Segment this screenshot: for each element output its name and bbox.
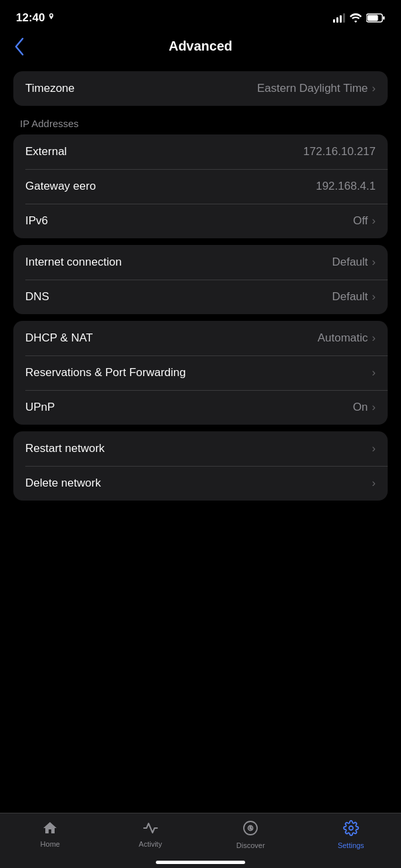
tab-settings[interactable]: Settings [301, 820, 402, 849]
restart-network-label: Restart network [25, 442, 105, 455]
ipv6-value: Off › [353, 214, 376, 228]
wifi-icon [350, 13, 362, 23]
svg-rect-2 [368, 15, 378, 21]
settings-tab-label: Settings [338, 841, 364, 849]
dhcp-nat-label: DHCP & NAT [25, 331, 93, 345]
tab-activity[interactable]: Activity [101, 820, 201, 848]
ip-addresses-card: External 172.16.10.217 Gateway eero 192.… [13, 134, 388, 238]
network-card: DHCP & NAT Automatic › Reservations & Po… [13, 321, 388, 425]
ipv6-row[interactable]: IPv6 Off › [13, 204, 388, 238]
back-button[interactable] [13, 37, 25, 56]
activity-tab-label: Activity [139, 840, 162, 848]
tab-discover[interactable]: Discover [200, 820, 301, 849]
external-row: External 172.16.10.217 [13, 134, 388, 169]
dhcp-nat-row[interactable]: DHCP & NAT Automatic › [13, 321, 388, 355]
delete-network-value: › [372, 477, 376, 490]
tab-home[interactable]: Home [0, 820, 101, 848]
settings-icon [343, 820, 359, 839]
svg-rect-1 [383, 17, 385, 20]
delete-network-row[interactable]: Delete network › [13, 466, 388, 501]
timezone-card: Timezone Eastern Daylight Time › [13, 71, 388, 106]
svg-point-8 [349, 826, 353, 830]
external-label: External [25, 145, 67, 158]
connection-card: Internet connection Default › DNS Defaul… [13, 245, 388, 314]
signal-icon [333, 13, 345, 23]
discover-icon [242, 820, 258, 839]
activity-icon [143, 820, 159, 837]
gateway-row: Gateway eero 192.168.4.1 [13, 169, 388, 204]
chevron-icon: › [372, 401, 376, 414]
restart-network-row[interactable]: Restart network › [13, 431, 388, 466]
external-value: 172.16.10.217 [303, 145, 376, 158]
home-tab-label: Home [41, 840, 60, 848]
dhcp-nat-value: Automatic › [318, 331, 376, 345]
home-icon [42, 820, 58, 837]
upnp-label: UPnP [25, 401, 55, 414]
gateway-label: Gateway eero [25, 180, 96, 193]
upnp-value: On › [353, 401, 376, 414]
main-content: Timezone Eastern Daylight Time › IP Addr… [0, 65, 401, 799]
reservations-label: Reservations & Port Forwarding [25, 366, 186, 379]
nav-header: Advanced [0, 33, 401, 65]
status-time: 12:40 [16, 11, 55, 25]
chevron-icon: › [372, 82, 376, 95]
ipv6-label: IPv6 [25, 214, 48, 228]
home-indicator [156, 861, 245, 864]
chevron-icon: › [372, 290, 376, 304]
gateway-value: 192.168.4.1 [316, 180, 376, 193]
restart-network-value: › [372, 442, 376, 455]
chevron-icon: › [372, 214, 376, 228]
chevron-icon: › [372, 477, 376, 490]
reservations-row[interactable]: Reservations & Port Forwarding › [13, 355, 388, 390]
chevron-icon: › [372, 442, 376, 455]
reservations-value: › [372, 366, 376, 379]
discover-tab-label: Discover [236, 841, 265, 849]
status-icons [333, 13, 385, 23]
timezone-label: Timezone [25, 82, 75, 95]
management-card: Restart network › Delete network › [13, 431, 388, 501]
upnp-row[interactable]: UPnP On › [13, 390, 388, 425]
timezone-value: Eastern Daylight Time › [257, 82, 376, 95]
page-title: Advanced [169, 39, 232, 54]
dns-row[interactable]: DNS Default › [13, 280, 388, 314]
status-bar: 12:40 [0, 0, 401, 33]
ip-addresses-section-label: IP Addresses [13, 112, 388, 134]
chevron-icon: › [372, 256, 376, 269]
chevron-icon: › [372, 366, 376, 379]
tab-bar: Home Activity Discover [0, 813, 401, 868]
chevron-icon: › [372, 331, 376, 345]
internet-connection-label: Internet connection [25, 256, 122, 269]
dns-label: DNS [25, 290, 49, 304]
internet-connection-value: Default › [332, 256, 376, 269]
delete-network-label: Delete network [25, 477, 101, 490]
internet-connection-row[interactable]: Internet connection Default › [13, 245, 388, 280]
dns-value: Default › [332, 290, 376, 304]
location-icon [47, 13, 55, 23]
battery-icon [366, 13, 385, 23]
timezone-row[interactable]: Timezone Eastern Daylight Time › [13, 71, 388, 106]
